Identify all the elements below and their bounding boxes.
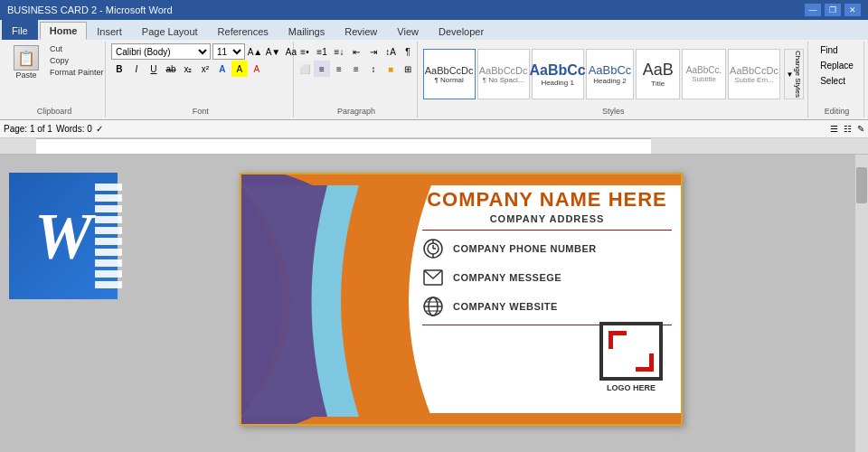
clipboard-label: Clipboard: [7, 105, 101, 116]
svg-rect-1: [36, 138, 651, 139]
format-painter-button[interactable]: Format Painter: [47, 67, 107, 78]
tab-home[interactable]: Home: [40, 22, 88, 40]
tab-file[interactable]: File: [2, 20, 38, 40]
card-divider-top: [422, 230, 672, 231]
highlight-button[interactable]: A: [231, 61, 248, 77]
ribbon-tab-bar: File Home Insert Page Layout References …: [0, 20, 868, 40]
logo-box: [599, 322, 663, 381]
styles-label: Styles: [423, 105, 804, 116]
paste-button[interactable]: 📋 Paste: [7, 43, 45, 81]
style-subtitle-preview: AaBbCc.: [686, 65, 722, 75]
company-address: COMPANY ADDRESS: [422, 213, 672, 224]
increase-indent-button[interactable]: ⇥: [365, 43, 382, 60]
word-logo-line-5: [95, 227, 122, 234]
show-marks-button[interactable]: ¶: [400, 43, 416, 60]
close-button[interactable]: ✕: [844, 4, 861, 16]
document-area[interactable]: W: [0, 155, 868, 452]
word-logo-line-2: [95, 194, 122, 202]
view-mode-icons: ☰ ☷ ✎: [830, 124, 864, 134]
cut-button[interactable]: Cut: [47, 43, 107, 54]
ribbon: File Home Insert Page Layout References …: [0, 20, 868, 120]
style-normal-label: ¶ Normal: [434, 76, 463, 84]
justify-button[interactable]: ≡: [348, 61, 364, 77]
tab-view[interactable]: View: [387, 22, 429, 40]
tab-mailings[interactable]: Mailings: [278, 22, 335, 40]
editing-group-content: Find Replace Select: [814, 43, 860, 105]
ruler-inner: // rendered via inline JS below: [36, 138, 651, 154]
font-face-select[interactable]: Calibri (Body): [111, 43, 211, 60]
change-styles-button[interactable]: Change Styles ▼: [784, 49, 804, 99]
border-button[interactable]: ⊞: [400, 61, 416, 77]
tab-developer[interactable]: Developer: [429, 22, 494, 40]
vertical-scrollbar[interactable]: [855, 155, 868, 452]
sort-button[interactable]: ↕A: [382, 43, 399, 60]
subscript-button[interactable]: x₂: [180, 61, 196, 77]
decrease-indent-button[interactable]: ⇤: [348, 43, 364, 60]
word-logo-letter: W: [34, 199, 92, 274]
underline-button[interactable]: U: [146, 61, 162, 77]
style-nospacing[interactable]: AaBbCcDc ¶ No Spaci...: [477, 49, 530, 99]
style-h1-preview: AaBbCc: [530, 62, 586, 79]
line-spacing-button[interactable]: ↕: [365, 61, 382, 77]
italic-button[interactable]: I: [128, 61, 145, 77]
tab-page-layout[interactable]: Page Layout: [132, 22, 208, 40]
style-normal-preview: AaBbCcDc: [425, 65, 474, 76]
word-logo-line-9: [95, 270, 122, 278]
tab-references[interactable]: References: [208, 22, 278, 40]
title-bar: BUSINESS CARD 2 - Microsoft Word — ❐ ✕: [0, 0, 868, 20]
font-size-select[interactable]: 11 8910 121416: [212, 43, 245, 60]
formula-bar: Page: 1 of 1 Words: 0 ✓ ☰ ☷ ✎: [0, 120, 868, 138]
bold-button[interactable]: B: [111, 61, 127, 77]
find-button[interactable]: Find: [818, 43, 855, 57]
word-logo-line-1: [95, 184, 122, 191]
restore-button[interactable]: ❐: [825, 4, 841, 16]
style-normal[interactable]: AaBbCcDc ¶ Normal: [423, 49, 476, 99]
numbering-button[interactable]: ≡1: [314, 43, 330, 60]
change-styles-area: Change Styles ▼: [784, 49, 804, 99]
font-color-button[interactable]: A: [249, 61, 265, 77]
ruler: // rendered via inline JS below: [0, 138, 868, 155]
align-center-button[interactable]: ≡: [314, 61, 330, 77]
tab-insert[interactable]: Insert: [87, 22, 132, 40]
word-logo-line-8: [95, 259, 122, 267]
clipboard-small-buttons: Cut Copy Format Painter: [47, 43, 107, 81]
increase-font-button[interactable]: A▲: [247, 43, 263, 60]
style-heading1[interactable]: AaBbCc Heading 1: [532, 49, 584, 99]
logo-inner: [609, 331, 654, 372]
minimize-button[interactable]: —: [805, 4, 821, 16]
logo-red-corner: [609, 331, 627, 349]
decrease-font-button[interactable]: A▼: [265, 43, 281, 60]
email-icon: [422, 267, 444, 288]
tab-review[interactable]: Review: [335, 22, 387, 40]
card-content: COMPANY NAME HERE COMPANY ADDRESS: [422, 188, 672, 410]
view-icon-2[interactable]: ☷: [844, 124, 852, 134]
font-group: Calibri (Body) 11 8910 121416 A▲ A▼ Aa B…: [108, 42, 294, 118]
scrollbar-thumb[interactable]: [856, 167, 867, 203]
superscript-button[interactable]: x²: [197, 61, 213, 77]
view-icon-1[interactable]: ☰: [830, 124, 838, 134]
view-icon-3[interactable]: ✎: [857, 124, 864, 134]
bullets-button[interactable]: ≡•: [297, 43, 313, 60]
shading-button[interactable]: ■: [382, 61, 399, 77]
align-left-button[interactable]: ⬜: [297, 61, 313, 77]
multilevel-button[interactable]: ≡↓: [331, 43, 347, 60]
select-button[interactable]: Select: [818, 74, 855, 88]
editing-group: Find Replace Select Editing: [810, 42, 864, 118]
ribbon-content: 📋 Paste Cut Copy Format Painter Clipboar…: [0, 40, 868, 119]
copy-button[interactable]: Copy: [47, 55, 107, 66]
word-logo: W: [9, 173, 118, 299]
style-heading2[interactable]: AaBbCc Heading 2: [586, 49, 635, 99]
strikethrough-button[interactable]: ab: [163, 61, 179, 77]
styles-group: AaBbCcDc ¶ Normal AaBbCcDc ¶ No Spaci...…: [420, 42, 808, 118]
style-nospacing-preview: AaBbCcDc: [479, 65, 528, 76]
style-subtle-em[interactable]: AaBbCcDc Subtle Em...: [728, 49, 780, 99]
globe-icon: [422, 296, 444, 317]
replace-button[interactable]: Replace: [818, 59, 855, 72]
style-title-label: Title: [651, 80, 665, 88]
style-title[interactable]: AaB Title: [636, 49, 680, 99]
text-effect-button[interactable]: A: [214, 61, 231, 77]
align-right-button[interactable]: ≡: [331, 61, 347, 77]
word-count: Words: 0: [56, 124, 92, 134]
style-subtitle[interactable]: AaBbCc. Subtitle: [682, 49, 726, 99]
message-text: COMPANY MESSEGE: [453, 272, 561, 283]
